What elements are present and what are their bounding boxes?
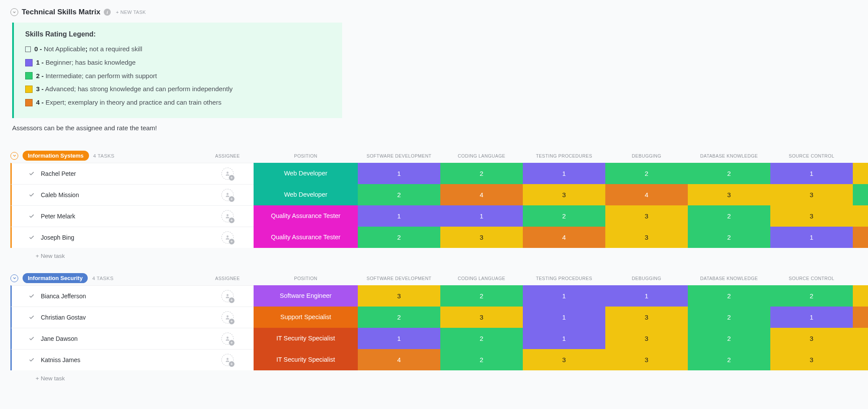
- column-header[interactable]: POSITION: [254, 271, 358, 285]
- column-header[interactable]: DATABASE KNOWLEDGE: [688, 149, 770, 163]
- rating-cell[interactable]: 3: [853, 163, 868, 184]
- position-cell[interactable]: Quality Assurance Tester: [254, 227, 358, 248]
- rating-cell[interactable]: 3: [770, 328, 853, 349]
- column-header[interactable]: SOFTV: [853, 271, 868, 285]
- rating-cell[interactable]: 3: [523, 184, 605, 205]
- rating-cell[interactable]: 2: [440, 163, 523, 184]
- column-header[interactable]: SOURCE CONTROL: [770, 149, 853, 163]
- rating-cell[interactable]: 2: [688, 163, 770, 184]
- task-status-check[interactable]: [10, 205, 36, 227]
- rating-cell[interactable]: 4: [440, 184, 523, 205]
- assignee-add-button[interactable]: +: [221, 231, 234, 244]
- rating-cell[interactable]: 3: [770, 184, 853, 205]
- rating-cell[interactable]: 2: [688, 227, 770, 248]
- assignee-add-button[interactable]: +: [221, 189, 234, 201]
- column-header[interactable]: SOFTV: [853, 149, 868, 163]
- position-cell[interactable]: Quality Assurance Tester: [254, 205, 358, 227]
- position-cell[interactable]: Web Developer: [254, 163, 358, 184]
- group-pill[interactable]: Information Security: [23, 273, 88, 283]
- rating-cell[interactable]: 3: [770, 349, 853, 370]
- position-cell[interactable]: Software Engineer: [254, 285, 358, 307]
- rating-cell[interactable]: 2: [358, 307, 440, 328]
- add-task-button[interactable]: + New task: [10, 370, 868, 382]
- assignee-add-button[interactable]: +: [221, 168, 234, 180]
- rating-cell[interactable]: 1: [605, 285, 688, 307]
- rating-cell[interactable]: 2: [688, 328, 770, 349]
- task-name[interactable]: Peter Melark: [36, 205, 201, 227]
- rating-cell[interactable]: 2: [688, 349, 770, 370]
- info-icon[interactable]: i: [104, 9, 111, 16]
- rating-cell[interactable]: 3: [440, 227, 523, 248]
- task-status-check[interactable]: [10, 285, 36, 307]
- column-header[interactable]: DEBUGGING: [605, 149, 688, 163]
- rating-cell[interactable]: 2: [440, 285, 523, 307]
- rating-cell[interactable]: 3: [688, 184, 770, 205]
- rating-cell[interactable]: 1: [523, 328, 605, 349]
- rating-cell[interactable]: 4: [358, 349, 440, 370]
- rating-cell[interactable]: 1: [770, 307, 853, 328]
- rating-cell[interactable]: 2: [853, 184, 868, 205]
- section-collapse-toggle[interactable]: [10, 8, 18, 16]
- task-name[interactable]: Caleb Mission: [36, 184, 201, 205]
- rating-cell[interactable]: 3: [605, 227, 688, 248]
- group-collapse-toggle[interactable]: [10, 274, 18, 282]
- rating-cell[interactable]: 3: [605, 349, 688, 370]
- rating-cell[interactable]: 3: [523, 349, 605, 370]
- task-status-check[interactable]: [10, 163, 36, 184]
- rating-cell[interactable]: 1: [523, 285, 605, 307]
- rating-cell[interactable]: 1: [358, 163, 440, 184]
- rating-cell[interactable]: 4: [853, 227, 868, 248]
- rating-cell[interactable]: 3: [605, 328, 688, 349]
- rating-cell[interactable]: 1: [523, 163, 605, 184]
- column-header[interactable]: CODING LANGUAGE: [440, 149, 523, 163]
- task-status-check[interactable]: [10, 184, 36, 205]
- task-status-check[interactable]: [10, 227, 36, 248]
- rating-cell[interactable]: 3: [358, 285, 440, 307]
- column-header[interactable]: SOURCE CONTROL: [770, 271, 853, 285]
- position-cell[interactable]: IT Security Specialist: [254, 349, 358, 370]
- rating-cell[interactable]: 2: [358, 227, 440, 248]
- rating-cell[interactable]: 2: [523, 205, 605, 227]
- position-cell[interactable]: Web Developer: [254, 184, 358, 205]
- column-header[interactable]: TESTING PROCEDURES: [523, 271, 605, 285]
- rating-cell[interactable]: 1: [358, 205, 440, 227]
- task-name[interactable]: Joseph Bing: [36, 227, 201, 248]
- rating-cell[interactable]: 3: [853, 349, 868, 370]
- rating-cell[interactable]: 2: [770, 285, 853, 307]
- rating-cell[interactable]: 2: [688, 205, 770, 227]
- task-name[interactable]: Jane Dawson: [36, 328, 201, 349]
- task-name[interactable]: Bianca Jefferson: [36, 285, 201, 307]
- rating-cell[interactable]: 2: [358, 184, 440, 205]
- rating-cell[interactable]: 4: [523, 227, 605, 248]
- task-name[interactable]: Rachel Peter: [36, 163, 201, 184]
- rating-cell[interactable]: 3: [853, 205, 868, 227]
- column-header[interactable]: DEBUGGING: [605, 271, 688, 285]
- new-task-button[interactable]: + NEW TASK: [116, 10, 146, 15]
- rating-cell[interactable]: 1: [770, 163, 853, 184]
- rating-cell[interactable]: 3: [770, 205, 853, 227]
- task-status-check[interactable]: [10, 349, 36, 370]
- group-collapse-toggle[interactable]: [10, 152, 18, 160]
- add-task-button[interactable]: + New task: [10, 248, 868, 259]
- column-header[interactable]: POSITION: [254, 149, 358, 163]
- assignee-add-button[interactable]: +: [221, 210, 234, 222]
- rating-cell[interactable]: 2: [688, 307, 770, 328]
- rating-cell[interactable]: 3: [605, 307, 688, 328]
- rating-cell[interactable]: 3: [853, 328, 868, 349]
- rating-cell[interactable]: 1: [358, 328, 440, 349]
- rating-cell[interactable]: 1: [523, 307, 605, 328]
- column-header[interactable]: SOFTWARE DEVELOPMENT: [358, 149, 440, 163]
- assignee-add-button[interactable]: +: [221, 333, 234, 345]
- task-status-check[interactable]: [10, 328, 36, 349]
- column-header[interactable]: TESTING PROCEDURES: [523, 149, 605, 163]
- rating-cell[interactable]: 2: [605, 163, 688, 184]
- assignee-add-button[interactable]: +: [221, 311, 234, 323]
- rating-cell[interactable]: 2: [688, 285, 770, 307]
- rating-cell[interactable]: 4: [853, 307, 868, 328]
- rating-cell[interactable]: 2: [440, 349, 523, 370]
- column-header[interactable]: SOFTWARE DEVELOPMENT: [358, 271, 440, 285]
- position-cell[interactable]: Support Specialist: [254, 307, 358, 328]
- column-header[interactable]: ASSIGNEE: [201, 271, 254, 285]
- task-name[interactable]: Katniss James: [36, 349, 201, 370]
- column-header[interactable]: CODING LANGUAGE: [440, 271, 523, 285]
